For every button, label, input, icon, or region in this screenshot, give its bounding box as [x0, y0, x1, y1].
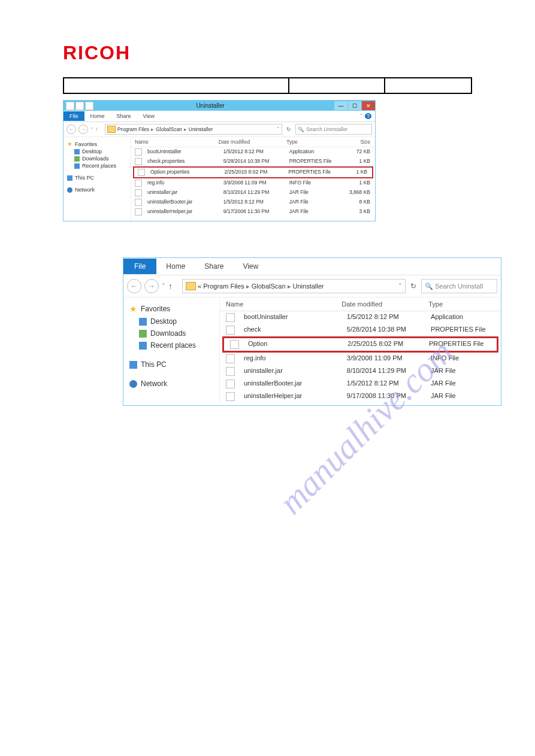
downloads-icon [74, 156, 80, 162]
search-input[interactable]: 🔍 Search Uninstall [421, 279, 497, 293]
nav-downloads[interactable]: Downloads [129, 327, 213, 339]
explorer-window-large: File Home Share View ← → ˅ ↑ « Program F… [123, 257, 501, 406]
crumb-part[interactable]: Uninstaller [189, 126, 213, 132]
minimize-button[interactable]: — [334, 101, 347, 110]
up-button[interactable]: ↑ [95, 126, 102, 133]
maximize-button[interactable]: ☐ [348, 101, 361, 110]
refresh-button[interactable]: ↻ [409, 282, 418, 290]
header-bar [63, 77, 472, 94]
file-icon [135, 148, 142, 156]
qa-icon-2[interactable] [85, 102, 93, 110]
file-icon [135, 158, 142, 165]
nav-pane: ★Favorites Desktop Downloads Recent plac… [64, 137, 131, 221]
network-icon [67, 187, 72, 193]
refresh-button[interactable]: ↻ [285, 126, 293, 132]
ribbon: File Home Share View [123, 258, 501, 275]
file-icon [138, 169, 145, 176]
view-tab[interactable]: View [137, 111, 161, 121]
file-row[interactable]: bootUninstaller1/5/2012 8:12 PMApplicati… [220, 311, 501, 324]
column-headers[interactable]: Name Date modified Type [220, 297, 501, 311]
back-button[interactable]: ← [67, 125, 76, 134]
nav-thispc[interactable]: This PC [67, 174, 127, 181]
recent-dropdown-icon[interactable]: ˅ [90, 127, 93, 132]
crumb-part[interactable]: Uninstaller [293, 283, 324, 290]
file-icon [226, 392, 235, 401]
nav-desktop[interactable]: Desktop [67, 148, 127, 155]
nav-favorites[interactable]: ★Favorites [67, 140, 127, 148]
nav-thispc[interactable]: This PC [129, 359, 213, 371]
file-icon [135, 208, 142, 215]
search-input[interactable]: 🔍 Search Uninstaller [295, 124, 372, 135]
breadcrumb[interactable]: « Program Files▸ GlobalScan▸ Uninstaller… [182, 279, 406, 293]
file-row[interactable]: uninstallerHelper.jar9/17/2008 11:30 PMJ… [220, 390, 501, 403]
nav-downloads[interactable]: Downloads [67, 155, 127, 162]
share-tab[interactable]: Share [195, 259, 233, 274]
file-icon [135, 180, 142, 187]
home-tab[interactable]: Home [156, 259, 195, 274]
crumb-dropdown-icon[interactable]: ˅ [398, 283, 402, 290]
ribbon-collapse-icon[interactable]: ˅ ? [161, 113, 375, 119]
desktop-icon [74, 149, 80, 154]
thispc-icon [129, 361, 137, 369]
star-icon: ★ [67, 141, 72, 147]
column-headers[interactable]: Name Date modified Type Size [131, 137, 375, 147]
home-tab[interactable]: Home [84, 111, 111, 121]
crumb-dropdown-icon[interactable]: ˅ [277, 126, 280, 132]
file-tab[interactable]: File [64, 111, 84, 121]
file-row[interactable]: reg.info3/9/2008 11:09 PMINFO File1 KB [131, 178, 375, 188]
nav-favorites[interactable]: ★Favorites [129, 302, 213, 315]
file-icon [226, 313, 235, 322]
forward-button[interactable]: → [144, 279, 159, 293]
col-type[interactable]: Type [428, 300, 501, 308]
col-type[interactable]: Type [286, 139, 338, 145]
nav-recent[interactable]: Recent places [67, 162, 127, 169]
file-row[interactable]: bootUninstaller1/5/2012 8:12 PMApplicati… [131, 147, 375, 157]
file-row[interactable]: check5/28/2014 10:38 PMPROPERTIES File [220, 324, 501, 336]
file-row[interactable]: uninstaller.jar8/10/2014 11:29 PMJAR Fil… [131, 188, 375, 198]
file-row[interactable]: uninstallerBooter.jar1/5/2012 8:12 PMJAR… [220, 378, 501, 390]
nav-desktop[interactable]: Desktop [129, 315, 213, 327]
file-row[interactable]: uninstallerHelper.jar9/17/2008 11:30 PMJ… [131, 207, 375, 217]
col-date[interactable]: Date modified [341, 300, 428, 308]
search-placeholder: Search Uninstaller [306, 126, 347, 132]
recent-dropdown-icon[interactable]: ˅ [162, 283, 165, 290]
file-icon [135, 199, 142, 206]
col-name[interactable]: Name [131, 139, 219, 145]
file-row[interactable]: check.properties5/28/2014 10:38 PMPROPER… [131, 157, 375, 166]
nav-recent[interactable]: Recent places [129, 339, 213, 351]
address-bar-row: ← → ˅ ↑ Program Files▸ GlobalScan▸ Unins… [64, 122, 375, 137]
col-size[interactable]: Size [339, 139, 375, 145]
crumb-part[interactable]: GlobalScan [252, 283, 286, 290]
col-name[interactable]: Name [220, 300, 341, 308]
share-tab[interactable]: Share [111, 111, 137, 121]
network-icon [129, 380, 137, 388]
file-row[interactable]: Option2/25/2015 8:02 PMPROPERTIES File [224, 338, 497, 351]
folder-icon [107, 126, 116, 133]
file-row[interactable]: reg.info3/9/2008 11:09 PMINFO File [220, 353, 501, 365]
search-placeholder: Search Uninstall [435, 283, 483, 290]
file-row[interactable]: uninstallerBooter.jar1/5/2012 8:12 PMJAR… [131, 198, 375, 207]
view-tab[interactable]: View [233, 259, 268, 274]
file-icon [226, 367, 235, 376]
crumb-part[interactable]: Program Files [203, 283, 244, 290]
nav-network[interactable]: Network [67, 186, 127, 193]
back-button[interactable]: ← [127, 279, 141, 293]
ricoh-logo: RICOH [0, 0, 535, 64]
forward-button[interactable]: → [78, 125, 88, 134]
qa-icon-1[interactable] [75, 102, 84, 110]
header-cell-1 [63, 77, 289, 94]
titlebar[interactable]: Uninstaller — ☐ ✕ [64, 101, 375, 111]
highlight-box: Option.properties2/25/2015 8:02 PMPROPER… [133, 166, 373, 178]
file-row[interactable]: Option.properties2/25/2015 8:02 PMPROPER… [134, 168, 372, 177]
crumb-part[interactable]: Program Files [117, 126, 149, 132]
breadcrumb[interactable]: Program Files▸ GlobalScan▸ Uninstaller ˅ [105, 124, 282, 135]
up-button[interactable]: ↑ [168, 281, 179, 291]
file-row[interactable]: uninstaller.jar8/10/2014 11:29 PMJAR Fil… [220, 365, 501, 378]
file-tab[interactable]: File [123, 259, 156, 274]
crumb-part[interactable]: GlobalScan [156, 126, 182, 132]
col-date[interactable]: Date modified [219, 139, 287, 145]
close-button[interactable]: ✕ [362, 101, 375, 110]
nav-network[interactable]: Network [129, 378, 213, 390]
file-icon [226, 354, 235, 363]
crumb-prefix[interactable]: « [198, 283, 201, 290]
